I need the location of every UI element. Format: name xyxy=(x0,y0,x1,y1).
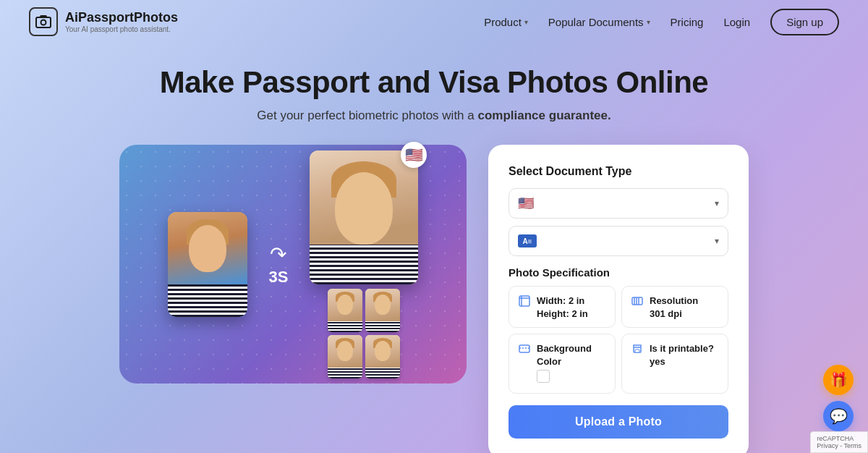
hero-section: Make Passport and Visa Photos Online Get… xyxy=(0,43,868,130)
face-before xyxy=(189,225,226,272)
height-value: Height: 2 in xyxy=(537,308,588,319)
photo-before xyxy=(168,212,247,317)
thumb-1-face xyxy=(337,295,353,315)
thumb-1-inner xyxy=(328,289,362,332)
login-button[interactable]: Login xyxy=(723,16,750,28)
doctype-icon: A≡ xyxy=(518,234,537,247)
thumb-4-inner xyxy=(365,335,400,378)
upload-button[interactable]: Upload a Photo xyxy=(509,405,728,439)
face-main xyxy=(335,172,393,245)
spec-grid: Width: 2 in Height: 2 in Resolution 30 xyxy=(509,286,728,394)
doctype-chevron-icon: ▾ xyxy=(715,236,719,246)
size-icon xyxy=(518,295,531,310)
thumb-3 xyxy=(328,335,362,378)
photo-demo-card: ↷ 3S 🇺🇸 xyxy=(119,145,467,384)
thumb-3-face xyxy=(337,341,353,361)
popular-docs-chevron-icon: ▾ xyxy=(647,18,650,26)
resolution-value: 301 dpi xyxy=(650,308,682,319)
demo-seconds: 3S xyxy=(269,268,289,287)
nav-pricing[interactable]: Pricing xyxy=(671,16,704,28)
gift-button[interactable]: 🎁 xyxy=(823,365,854,395)
before-image xyxy=(168,212,247,317)
thumb-2-shirt xyxy=(365,321,400,332)
resolution-label: Resolution xyxy=(650,295,698,306)
shirt-before xyxy=(168,284,247,317)
printable-value: yes xyxy=(650,356,665,367)
thumb-4 xyxy=(365,335,400,378)
svg-rect-11 xyxy=(635,350,639,352)
after-image-main xyxy=(310,151,418,284)
form-panel: Select Document Type 🇺🇸 ▾ A≡ ▾ Photo Spe… xyxy=(488,145,749,453)
country-chevron-icon: ▾ xyxy=(715,198,719,208)
photo-spec-title: Photo Specification xyxy=(509,266,728,279)
logo[interactable]: AiPassportPhotos Your AI passport photo … xyxy=(29,7,178,36)
hero-subtitle: Get your perfect biometric photos with a… xyxy=(0,109,868,123)
product-chevron-icon: ▾ xyxy=(524,18,528,26)
flag-badge: 🇺🇸 xyxy=(401,142,427,168)
photo-main-after xyxy=(310,151,418,284)
photo-after-group: 🇺🇸 xyxy=(310,151,418,378)
photo-thumbnails xyxy=(328,289,400,378)
demo-inner: ↷ 3S 🇺🇸 xyxy=(168,151,419,378)
logo-icon xyxy=(29,7,58,36)
country-flag: 🇺🇸 xyxy=(518,195,534,211)
nav-popular-docs[interactable]: Popular Documents ▾ xyxy=(548,16,650,28)
thumb-1 xyxy=(328,289,362,332)
select-doc-title: Select Document Type xyxy=(509,165,728,178)
logo-text: AiPassportPhotos Your AI passport photo … xyxy=(65,10,178,33)
bg-label: Background Color xyxy=(537,343,592,367)
thumb-3-shirt xyxy=(328,368,362,378)
spec-background: Background Color xyxy=(509,334,616,394)
thumb-4-face xyxy=(375,341,391,361)
spec-printable: Is it printable? yes xyxy=(621,334,728,394)
thumb-1-shirt xyxy=(328,321,362,332)
spec-size: Width: 2 in Height: 2 in xyxy=(509,286,616,328)
printable-label: Is it printable? xyxy=(650,343,714,354)
svg-rect-2 xyxy=(519,296,529,306)
demo-arrow: ↷ 3S xyxy=(269,242,289,287)
country-select[interactable]: 🇺🇸 ▾ xyxy=(509,188,728,219)
recaptcha-badge: reCAPTCHA Privacy - Terms xyxy=(810,431,868,453)
svg-rect-5 xyxy=(632,297,642,305)
doctype-select[interactable]: A≡ ▾ xyxy=(509,226,728,256)
svg-rect-0 xyxy=(36,17,51,27)
hero-title: Make Passport and Visa Photos Online xyxy=(0,65,868,100)
header: AiPassportPhotos Your AI passport photo … xyxy=(0,0,868,43)
thumb-2 xyxy=(365,289,400,332)
svg-rect-9 xyxy=(519,345,529,352)
thumb-2-face xyxy=(375,295,391,315)
doctype-select-wrapper[interactable]: A≡ ▾ xyxy=(509,226,728,256)
shirt-main xyxy=(310,245,418,284)
bg-color-swatch xyxy=(537,370,550,383)
thumb-4-shirt xyxy=(365,368,400,378)
main-content: ↷ 3S 🇺🇸 xyxy=(0,130,868,453)
printable-icon xyxy=(631,342,644,358)
chat-button[interactable]: 💬 xyxy=(823,401,854,431)
thumb-3-inner xyxy=(328,335,362,378)
background-icon xyxy=(518,342,531,358)
brand-subtitle: Your AI passport photo assistant. xyxy=(65,25,178,33)
country-select-wrapper[interactable]: 🇺🇸 ▾ xyxy=(509,188,728,219)
after-photo-wrapper: 🇺🇸 xyxy=(310,151,418,284)
size-value: Width: 2 in xyxy=(537,295,584,306)
thumb-2-inner xyxy=(365,289,400,332)
resolution-icon xyxy=(631,295,644,310)
signup-button[interactable]: Sign up xyxy=(770,9,839,35)
svg-point-1 xyxy=(41,20,46,25)
brand-name: AiPassportPhotos xyxy=(65,10,178,25)
main-nav: Product ▾ Popular Documents ▾ Pricing Lo… xyxy=(484,9,839,35)
spec-resolution: Resolution 301 dpi xyxy=(621,286,728,328)
nav-product[interactable]: Product ▾ xyxy=(484,16,528,28)
